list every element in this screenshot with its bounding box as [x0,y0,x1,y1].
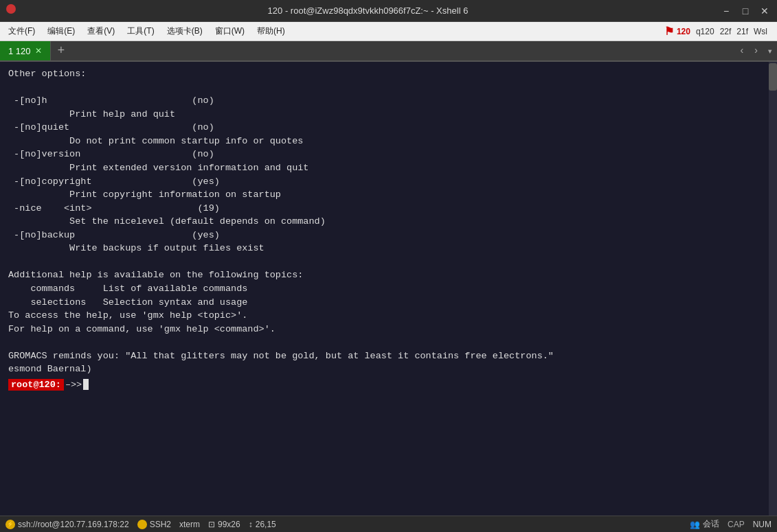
prompt-arrow: –>> [64,380,82,390]
scroll-thumb[interactable] [769,63,777,91]
menu-tabs[interactable]: 选项卡(B) [161,24,208,38]
active-tab[interactable]: 1 120 ✕ [0,41,50,60]
prompt-line: root@120: –>> [8,379,769,391]
tab-nav-dropdown[interactable]: ▾ [763,41,777,60]
status-terminal-size: ⊡ 99x26 [208,520,240,529]
status-terminal-size-text: 99x26 [218,520,240,529]
menu-file[interactable]: 文件(F) [3,24,41,38]
tab-shortcut-q120[interactable]: q120 [696,27,714,36]
status-cap: CAP [728,520,745,529]
tab-nav-right[interactable]: › [749,41,763,60]
status-cursor-pos: ↕ 26,15 [249,520,276,529]
menu-view[interactable]: 查看(V) [82,24,120,38]
tab-shortcut-21f[interactable]: 21f [736,27,748,36]
tab-close-button[interactable]: ✕ [35,46,42,56]
tab-shortcut-wsl[interactable]: Wsl [754,27,767,36]
session-icon: 👥 [690,520,700,529]
maximize-button[interactable]: □ [739,4,752,18]
status-connection-text: ssh://root@120.77.169.178:22 [18,520,129,529]
status-connection: ⚡ ssh://root@120.77.169.178:22 [5,520,129,529]
tab-nav-left[interactable]: ‹ [735,41,749,60]
tab-spacer [71,41,734,60]
tabbar: 1 120 ✕ + ‹ › ▾ [0,41,777,62]
scrollbar[interactable] [769,62,777,516]
menu-edit[interactable]: 编辑(E) [42,24,80,38]
tab-shortcut-22f[interactable]: 22f [720,27,732,36]
prompt-label: root@120: [8,379,64,391]
status-encoding: xterm [179,520,200,529]
protocol-icon [137,520,147,529]
tab-shortcut-120[interactable]: 120 [677,27,690,36]
cursor-pos-icon: ↕ [249,520,253,529]
tab-shortcut-flag[interactable]: ⚑ 120 q120 22f 21f Wsl [660,23,774,39]
status-protocol-text: SSH2 [150,520,171,529]
statusbar: ⚡ ssh://root@120.77.169.178:22 SSH2 xter… [0,516,777,532]
status-session-text: 会话 [703,518,719,530]
status-protocol: SSH2 [137,520,171,529]
minimize-button[interactable]: − [719,4,733,18]
status-encoding-text: xterm [179,520,200,529]
connection-icon: ⚡ [5,520,15,529]
menu-window[interactable]: 窗口(W) [210,24,250,38]
status-cursor-pos-text: 26,15 [256,520,276,529]
terminal-output: Other options: -[no]h (no) Print help an… [8,67,769,376]
active-tab-label: 1 120 [8,46,31,56]
svg-point-0 [6,4,16,14]
cursor [83,379,89,390]
status-session[interactable]: 👥 会话 [690,518,719,530]
titlebar: 120 - root@iZwz98qdx9tvkkh0966f7cZ:~ - X… [0,0,777,22]
close-button[interactable]: ✕ [758,4,772,18]
menubar: 文件(F) 编辑(E) 查看(V) 工具(T) 选项卡(B) 窗口(W) 帮助(… [0,22,777,41]
menu-tools[interactable]: 工具(T) [122,24,159,38]
new-tab-button[interactable]: + [50,41,72,60]
window-title: 120 - root@iZwz98qdx9tvkkh0966f7cZ:~ - X… [22,5,714,16]
menu-help[interactable]: 帮助(H) [251,24,291,38]
terminal[interactable]: Other options: -[no]h (no) Print help an… [0,62,777,516]
terminal-size-icon: ⊡ [208,520,215,529]
app-icon [5,3,16,18]
status-num: NUM [753,520,772,529]
